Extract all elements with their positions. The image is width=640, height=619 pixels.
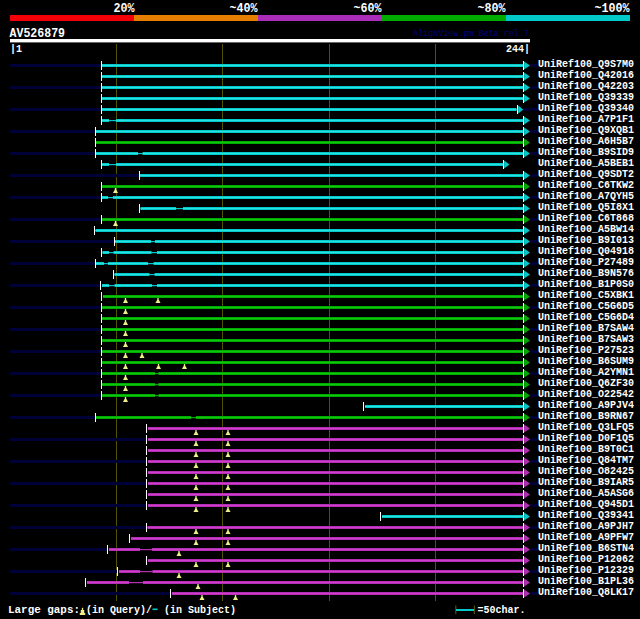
svg-text:UniRef100_B6STN4: UniRef100_B6STN4	[538, 543, 634, 554]
svg-text:UniRef100_A6H5B7: UniRef100_A6H5B7	[538, 136, 634, 147]
svg-text:UniRef100_B1PL36: UniRef100_B1PL36	[538, 576, 634, 587]
svg-text:UniRef100_A9PFW7: UniRef100_A9PFW7	[538, 532, 634, 543]
svg-text:UniRef100_C5XBK1: UniRef100_C5XBK1	[538, 290, 634, 301]
svg-text:UniRef100_Q9S7M0: UniRef100_Q9S7M0	[538, 59, 634, 70]
svg-text:UniRef100_O22542: UniRef100_O22542	[538, 389, 634, 400]
svg-text:|1: |1	[10, 44, 22, 55]
svg-text:UniRef100_Q42016: UniRef100_Q42016	[538, 70, 634, 81]
svg-text:=50char.: =50char.	[478, 605, 526, 616]
svg-text:UniRef100_O82425: UniRef100_O82425	[538, 466, 634, 477]
svg-text:UniRef100_A5BW14: UniRef100_A5BW14	[538, 224, 634, 235]
svg-text:UniRef100_Q39340: UniRef100_Q39340	[538, 103, 634, 114]
svg-text:UniRef100_Q6ZF30: UniRef100_Q6ZF30	[538, 378, 634, 389]
svg-text:UniRef100_B7SAW3: UniRef100_B7SAW3	[538, 334, 634, 345]
svg-text:UniRef100_A5BEB1: UniRef100_A5BEB1	[538, 158, 634, 169]
svg-text:UniRef100_Q04918: UniRef100_Q04918	[538, 246, 634, 257]
svg-text:UniRef100_D0F1Q5: UniRef100_D0F1Q5	[538, 433, 634, 444]
svg-text:UniRef100_Q3LFQ5: UniRef100_Q3LFQ5	[538, 422, 634, 433]
svg-text:AlignView.pm Beta rel.7: AlignView.pm Beta rel.7	[413, 29, 529, 39]
svg-text:AV526879: AV526879	[10, 27, 66, 41]
svg-text:UniRef100_Q39339: UniRef100_Q39339	[538, 92, 634, 103]
svg-text:UniRef100_B9IAR5: UniRef100_B9IAR5	[538, 477, 634, 488]
svg-text:UniRef100_Q9XQB1: UniRef100_Q9XQB1	[538, 125, 634, 136]
svg-text:UniRef100_P12062: UniRef100_P12062	[538, 554, 634, 565]
svg-text:20%: 20%	[114, 2, 136, 16]
svg-text:UniRef100_B9SID9: UniRef100_B9SID9	[538, 147, 634, 158]
svg-text:~80%: ~80%	[478, 2, 507, 16]
svg-text:UniRef100_A7QYH5: UniRef100_A7QYH5	[538, 191, 634, 202]
svg-text:UniRef100_B9N576: UniRef100_B9N576	[538, 268, 634, 279]
svg-text:UniRef100_Q9SDT2: UniRef100_Q9SDT2	[538, 169, 634, 180]
svg-text:UniRef100_C6TKW2: UniRef100_C6TKW2	[538, 180, 634, 191]
svg-text:UniRef100_Q5I8X1: UniRef100_Q5I8X1	[538, 202, 634, 213]
svg-text:~40%: ~40%	[230, 2, 259, 16]
svg-text:UniRef100_B6SUM9: UniRef100_B6SUM9	[538, 356, 634, 367]
svg-text:UniRef100_A9PJH7: UniRef100_A9PJH7	[538, 521, 634, 532]
svg-text:UniRef100_C5G6D5: UniRef100_C5G6D5	[538, 301, 634, 312]
svg-text:UniRef100_B9RN67: UniRef100_B9RN67	[538, 411, 634, 422]
svg-text:UniRef100_C6T868: UniRef100_C6T868	[538, 213, 634, 224]
svg-text:UniRef100_B9T0C1: UniRef100_B9T0C1	[538, 444, 634, 455]
svg-text:UniRef100_Q84TM7: UniRef100_Q84TM7	[538, 455, 634, 466]
svg-text:UniRef100_B9I013: UniRef100_B9I013	[538, 235, 634, 246]
svg-text:UniRef100_P27523: UniRef100_P27523	[538, 345, 634, 356]
svg-text:~60%: ~60%	[354, 2, 383, 16]
svg-text:UniRef100_Q945D1: UniRef100_Q945D1	[538, 499, 634, 510]
svg-text:UniRef100_Q8LK17: UniRef100_Q8LK17	[538, 587, 634, 598]
svg-text:UniRef100_A9PJV4: UniRef100_A9PJV4	[538, 400, 634, 411]
svg-text:UniRef100_A2YMN1: UniRef100_A2YMN1	[538, 367, 634, 378]
svg-text:UniRef100_Q42203: UniRef100_Q42203	[538, 81, 634, 92]
svg-text:(in Query)/: (in Query)/	[86, 605, 152, 616]
svg-text:244|: 244|	[506, 44, 530, 55]
svg-text:UniRef100_B7SAW4: UniRef100_B7SAW4	[538, 323, 634, 334]
svg-text:UniRef100_B1P0S0: UniRef100_B1P0S0	[538, 279, 634, 290]
svg-text:UniRef100_P27489: UniRef100_P27489	[538, 257, 634, 268]
svg-text:UniRef100_C5G6D4: UniRef100_C5G6D4	[538, 312, 634, 323]
svg-text:UniRef100_A5ASG6: UniRef100_A5ASG6	[538, 488, 634, 499]
svg-text:UniRef100_Q39341: UniRef100_Q39341	[538, 510, 634, 521]
svg-text:Large gaps:: Large gaps:	[8, 605, 80, 616]
svg-text:(in Subject): (in Subject)	[164, 605, 236, 616]
svg-text:UniRef100_A7P1F1: UniRef100_A7P1F1	[538, 114, 634, 125]
svg-text:UniRef100_P12329: UniRef100_P12329	[538, 565, 634, 576]
svg-text:~100%: ~100%	[595, 2, 631, 16]
